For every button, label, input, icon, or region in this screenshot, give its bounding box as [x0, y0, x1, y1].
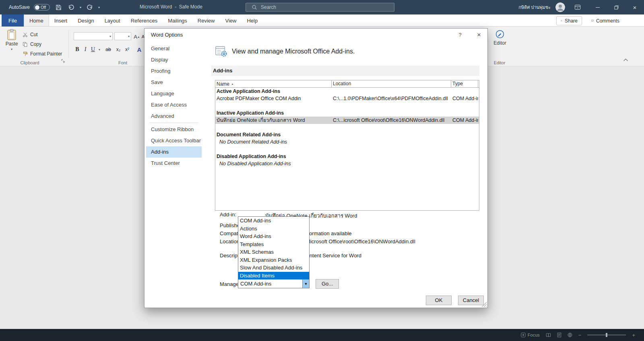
editor-button[interactable]: Editor	[489, 30, 510, 60]
web-layout-button[interactable]	[568, 333, 572, 337]
dialog-resize-grip[interactable]	[482, 302, 487, 307]
spacer-row	[215, 102, 479, 109]
comments-button[interactable]: Comments	[587, 16, 624, 25]
page-header: View and manage Microsoft Office Add-ins…	[215, 45, 355, 58]
paste-icon	[7, 29, 17, 40]
empty-note: No Document Related Add-ins	[215, 138, 332, 146]
manage-option-word-add-ins[interactable]: Word Add-ins	[238, 232, 309, 240]
underline-dropdown-chevron[interactable]: ▾	[97, 45, 102, 54]
manage-option-disabled-items[interactable]: Disabled Items	[238, 272, 309, 280]
account-name[interactable]: กษิดิศ ปานพุ่มชะ	[518, 4, 551, 11]
nav-item-advanced[interactable]: Advanced	[146, 111, 202, 122]
paste-button[interactable]: Paste ▾	[3, 29, 20, 63]
tab-insert[interactable]: Insert	[49, 14, 73, 27]
nav-item-add-ins[interactable]: Add-ins	[146, 146, 202, 158]
save-icon[interactable]	[54, 2, 63, 12]
undo-dropdown-chevron[interactable]: ▾	[80, 6, 81, 9]
nav-item-language[interactable]: Language	[146, 88, 202, 99]
addin-row-acrobat[interactable]: Acrobat PDFMaker Office COM Addin C:\...…	[215, 95, 479, 102]
zoom-slider-handle[interactable]	[606, 333, 607, 337]
section-title: Add-ins	[211, 66, 479, 76]
restore-button[interactable]	[607, 0, 625, 14]
group-row-disabled: Disabled Application Add-ins	[215, 153, 479, 160]
font-name-combobox[interactable]: ▾	[74, 32, 113, 40]
underline-button[interactable]: U	[90, 45, 96, 54]
nav-item-trust-center[interactable]: Trust Center	[146, 158, 202, 169]
collapse-ribbon-chevron-icon[interactable]	[623, 57, 628, 63]
redo-icon[interactable]	[85, 2, 94, 12]
table-header-row: Name▲ Location Type	[215, 80, 479, 88]
tab-mailings[interactable]: Mailings	[163, 14, 192, 27]
clipboard-dialog-launcher-icon[interactable]	[61, 58, 65, 64]
word-options-dialog: Word Options ? × General Display Proofin…	[144, 28, 488, 308]
nav-item-ease-of-access[interactable]: Ease of Access	[146, 99, 202, 111]
format-painter-button[interactable]: Format Painter	[23, 50, 62, 58]
nav-item-proofing[interactable]: Proofing	[146, 66, 202, 77]
tab-help[interactable]: Help	[242, 14, 263, 27]
focus-mode-button[interactable]: Focus	[521, 333, 540, 337]
tab-view[interactable]: View	[220, 14, 242, 27]
nav-item-general[interactable]: General	[146, 43, 202, 54]
manage-option-actions[interactable]: Actions	[238, 225, 309, 233]
nav-item-save[interactable]: Save	[146, 77, 202, 88]
cut-button[interactable]: Cut	[23, 31, 38, 39]
statusbar-right-cluster: Focus − +	[521, 329, 635, 341]
search-box[interactable]: Search	[246, 3, 394, 12]
read-mode-button[interactable]	[546, 333, 551, 337]
manage-option-xml-expansion-packs[interactable]: XML Expansion Packs	[238, 256, 309, 264]
ribbon-display-options-icon[interactable]	[572, 4, 583, 10]
bold-button[interactable]: B	[74, 45, 81, 54]
manage-option-com-add-ins[interactable]: COM Add-ins	[238, 217, 309, 225]
superscript-button[interactable]: x²	[123, 45, 131, 54]
tab-home[interactable]: Home	[24, 14, 49, 27]
zoom-out-icon[interactable]: −	[578, 332, 582, 338]
grow-font-button[interactable]: A▲	[133, 32, 141, 41]
tab-file[interactable]: File	[2, 14, 24, 27]
name-header-label: Name	[217, 81, 229, 87]
share-button[interactable]: Share	[556, 16, 582, 25]
autosave-toggle[interactable]: Off	[34, 4, 50, 10]
addin-row-onenote[interactable]: บันทึกย่อ OneNote เกี่ยวกับเอกสาร Word C…	[215, 117, 479, 124]
combobox-dropdown-arrow-icon[interactable]: ▼	[302, 279, 309, 288]
ok-button[interactable]: OK	[426, 296, 452, 305]
addin-name: Acrobat PDFMaker Office COM Addin	[215, 95, 332, 102]
subscript-button[interactable]: x₂	[114, 45, 122, 54]
avatar[interactable]	[555, 2, 565, 12]
dialog-help-button[interactable]: ?	[454, 30, 466, 40]
text-effects-button[interactable]: A	[135, 45, 143, 54]
dialog-close-button[interactable]: ×	[473, 30, 485, 40]
cancel-button[interactable]: Cancel	[458, 296, 484, 305]
manage-option-xml-schemas[interactable]: XML Schemas	[238, 248, 309, 256]
column-header-type[interactable]: Type	[451, 80, 478, 87]
minimize-button[interactable]	[588, 0, 607, 14]
share-label: Share	[565, 18, 578, 24]
zoom-in-icon[interactable]: +	[632, 332, 635, 338]
manage-label: Manage:	[220, 281, 240, 287]
nav-item-display[interactable]: Display	[146, 54, 202, 66]
column-header-location[interactable]: Location	[332, 80, 451, 87]
tab-layout[interactable]: Layout	[99, 14, 126, 27]
column-header-name[interactable]: Name▲	[215, 80, 332, 87]
nav-item-customize-ribbon[interactable]: Customize Ribbon	[146, 124, 202, 135]
manage-option-slow-and-disabled[interactable]: Slow And Disabled Add-ins	[238, 264, 309, 272]
strikethrough-button[interactable]: ab	[104, 45, 113, 54]
close-button[interactable]: ×	[625, 0, 644, 14]
tab-design[interactable]: Design	[72, 14, 99, 27]
zoom-slider[interactable]	[587, 335, 626, 335]
print-layout-button[interactable]	[557, 333, 561, 337]
nav-item-quick-access-toolbar[interactable]: Quick Access Toolbar	[146, 135, 202, 146]
qat-customize-chevron[interactable]: ▾	[98, 6, 100, 9]
cut-label: Cut	[30, 32, 38, 37]
go-button[interactable]: Go...	[316, 279, 339, 289]
undo-icon[interactable]	[67, 2, 76, 12]
manage-option-templates[interactable]: Templates	[238, 240, 309, 249]
tab-references[interactable]: References	[126, 14, 163, 27]
italic-button[interactable]: I	[83, 45, 88, 54]
tab-review[interactable]: Review	[192, 14, 220, 27]
sort-ascending-icon: ▲	[231, 82, 234, 85]
font-size-combobox[interactable]: ▾	[114, 32, 131, 40]
manage-combobox[interactable]: COM Add-ins ▼	[238, 279, 310, 288]
copy-button[interactable]: Copy	[23, 40, 41, 48]
autosave-label: AutoSave	[9, 4, 30, 10]
search-icon	[252, 4, 257, 10]
